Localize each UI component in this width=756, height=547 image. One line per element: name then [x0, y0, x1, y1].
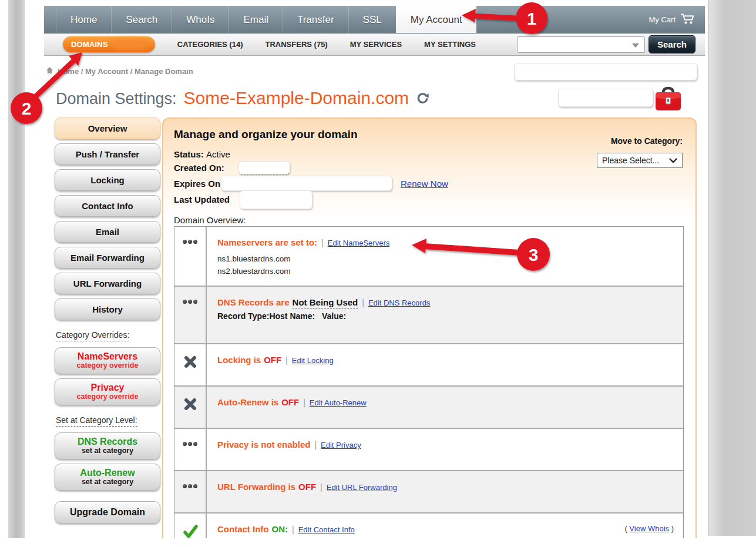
domain-name: Some-Example-Domain.com [184, 88, 409, 108]
created-line: Created On: [174, 163, 224, 173]
sidebar-item-auto-renew-category[interactable]: Auto-Renew set at category [55, 464, 160, 491]
row-icon-cell [174, 514, 207, 538]
breadcrumb: Home / My Account / Manage Domain [46, 66, 193, 76]
chevron-down-icon [669, 158, 677, 163]
tab-search[interactable]: Search [111, 6, 172, 33]
toolbox-icon[interactable] [654, 86, 682, 115]
sidebar: Overview Push / Transfer Locking Contact… [55, 118, 160, 528]
updated-label: Last Updated [174, 194, 230, 204]
domain-overview-label: Domain Overview: [174, 215, 246, 225]
paren-open: ( [624, 524, 627, 533]
dots-icon [183, 300, 197, 343]
sidebar-item-url-forwarding[interactable]: URL Forwarding [55, 273, 160, 294]
table-row-privacy: Privacy is not enabled|Edit Privacy [174, 428, 683, 470]
nameserver-1: ns1.bluestardns.com [217, 253, 683, 265]
table-row-locking: Locking isOFF|Edit Locking [174, 343, 683, 385]
row-icon-cell [174, 344, 207, 385]
breadcrumb-text[interactable]: Home / My Account / Manage Domain [58, 67, 193, 76]
sidebar-item-push-transfer[interactable]: Push / Transfer [55, 143, 160, 165]
expires-line: Expires On [174, 179, 220, 189]
redacted-blur [113, 39, 147, 49]
top-navigation: Home Search WhoIs Email Transfer SSL My … [44, 6, 705, 33]
status-label: Status: [174, 149, 204, 159]
row-title: URL Forwarding is [217, 482, 295, 492]
refresh-icon[interactable] [416, 92, 429, 108]
separator: | [314, 440, 317, 449]
table-row-auto-renew: Auto-Renew isOFF|Edit Auto-Renew [174, 385, 683, 428]
tab-email[interactable]: Email [229, 6, 283, 33]
tab-home[interactable]: Home [56, 6, 111, 33]
row-body: Privacy is not enabled|Edit Privacy [207, 429, 683, 470]
edit-locking-link[interactable]: Edit Locking [292, 356, 334, 365]
sidebar-item-contact-info[interactable]: Contact Info [55, 195, 160, 217]
row-icon-cell [174, 429, 207, 470]
subnav-my-settings[interactable]: MY SETTINGS [424, 40, 476, 49]
tab-whois[interactable]: WhoIs [172, 6, 229, 33]
dots-icon [183, 442, 197, 470]
cart-icon [680, 13, 695, 26]
edit-contact-info-link[interactable]: Edit Contact Info [298, 525, 355, 534]
override-sub: category override [77, 362, 139, 370]
edit-nameservers-link[interactable]: Edit NameServers [328, 239, 389, 247]
row-body: URL Forwarding isOFF|Edit URL Forwarding [207, 471, 683, 512]
row-title: DNS Records are [217, 297, 290, 307]
subnav-transfers[interactable]: TRANSFERS (75) [266, 40, 328, 49]
category-sub: set at category [82, 447, 133, 455]
renew-now-link[interactable]: Renew Now [401, 179, 448, 189]
chevron-down-icon [632, 43, 639, 48]
row-status: OFF [264, 355, 281, 365]
nameserver-2: ns2.bluestardns.com [217, 265, 683, 277]
override-title: NameServers [78, 352, 137, 362]
edit-privacy-link[interactable]: Edit Privacy [321, 441, 361, 449]
sidebar-item-privacy-override[interactable]: Privacy category override [55, 378, 160, 405]
check-icon [183, 524, 198, 538]
separator: | [285, 355, 288, 365]
separator: | [303, 398, 305, 407]
row-status: OFF [298, 482, 316, 492]
row-title: Auto-Renew is [217, 397, 278, 407]
search-button[interactable]: Search [649, 35, 695, 53]
edit-url-forwarding-link[interactable]: Edit URL Forwarding [327, 483, 397, 492]
edit-auto-renew-link[interactable]: Edit Auto-Renew [310, 398, 367, 407]
row-status: OFF [281, 397, 299, 407]
sidebar-item-email[interactable]: Email [55, 221, 160, 243]
sidebar-item-overview[interactable]: Overview [55, 118, 160, 139]
redacted-box [238, 161, 290, 174]
updated-line: Last Updated [174, 194, 230, 204]
sidebar-item-history[interactable]: History [55, 298, 160, 320]
tab-my-account[interactable]: My Account [396, 6, 476, 33]
status-value: Active [206, 149, 230, 159]
left-gutter [8, 0, 25, 541]
view-whois-link[interactable]: View Whois [629, 524, 669, 533]
category-sub: set at category [82, 478, 133, 486]
subnav-domains-button[interactable]: DOMAINS [63, 36, 155, 52]
row-icon-cell [174, 471, 207, 512]
created-label: Created On: [174, 163, 224, 173]
sidebar-item-email-forwarding[interactable]: Email Forwarding [55, 247, 160, 269]
sidebar-item-nameservers-override[interactable]: NameServers category override [55, 347, 160, 374]
set-at-category-label: Set at Category Level: [56, 415, 137, 427]
cross-icon [183, 355, 197, 385]
row-icon-cell [174, 227, 207, 286]
domains-label: DOMAINS [71, 40, 108, 49]
category-select[interactable]: Please Select... [597, 153, 683, 168]
redacted-box [514, 63, 697, 80]
expires-label: Expires On [174, 179, 220, 189]
subnav-categories[interactable]: CATEGORIES (14) [177, 40, 243, 49]
tab-ssl[interactable]: SSL [348, 6, 396, 33]
tab-transfer[interactable]: Transfer [283, 6, 348, 33]
sidebar-item-dns-records-category[interactable]: DNS Records set at category [55, 432, 160, 459]
my-cart-button[interactable]: My Cart [649, 6, 696, 33]
viewport-cut [0, 538, 756, 547]
sidebar-item-locking[interactable]: Locking [55, 169, 160, 191]
separator: | [362, 298, 364, 307]
subnav-my-services[interactable]: MY SERVICES [350, 40, 402, 49]
edit-dns-records-link[interactable]: Edit DNS Records [368, 298, 430, 307]
record-headers: Record Type:Host Name: Value: [217, 311, 683, 321]
home-icon [46, 66, 53, 76]
row-body: Auto-Renew isOFF|Edit Auto-Renew [207, 387, 683, 428]
upgrade-domain-button[interactable]: Upgrade Domain [55, 501, 160, 523]
domain-search-combobox[interactable] [517, 36, 645, 53]
nav-spacer [44, 6, 56, 33]
content-panel: Manage and organize your domain Move to … [162, 118, 697, 538]
